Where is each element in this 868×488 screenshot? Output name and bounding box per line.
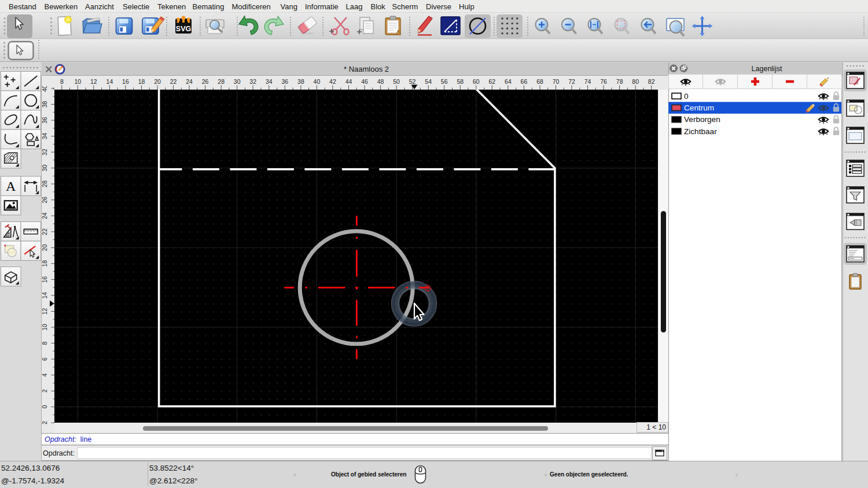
svg-text:36: 36 — [281, 78, 288, 85]
svg-text:6: 6 — [42, 357, 48, 361]
svg-text:44: 44 — [345, 78, 352, 85]
svg-text:56: 56 — [441, 78, 448, 85]
svg-text:A: A — [6, 179, 16, 194]
svg-text:28: 28 — [218, 78, 225, 85]
svg-text:82: 82 — [648, 78, 655, 85]
svg-text:4: 4 — [42, 374, 48, 377]
svg-text:8: 8 — [42, 341, 48, 345]
svg-text:12: 12 — [42, 308, 48, 315]
svg-text:16: 16 — [122, 78, 129, 85]
svg-text:34: 34 — [266, 78, 273, 85]
svg-text:22: 22 — [42, 228, 48, 235]
svg-text:32: 32 — [42, 149, 48, 156]
svg-text:30: 30 — [234, 78, 241, 85]
svg-text:52: 52 — [409, 78, 416, 85]
svg-text:42: 42 — [329, 78, 336, 85]
svg-text:36: 36 — [42, 117, 48, 124]
svg-text:0: 0 — [42, 405, 48, 409]
svg-text:78: 78 — [616, 78, 623, 85]
svg-text:58: 58 — [457, 78, 464, 85]
svg-text:34: 34 — [42, 133, 48, 140]
svg-text:20: 20 — [154, 78, 161, 85]
svg-text:10: 10 — [74, 78, 81, 85]
svg-text:24: 24 — [42, 212, 48, 219]
svg-text:Zichtbaar: Zichtbaar — [684, 127, 717, 136]
svg-text:14: 14 — [106, 78, 113, 85]
svg-text:SVG: SVG — [176, 25, 191, 33]
svg-text:72: 72 — [568, 78, 575, 85]
svg-text:40: 40 — [314, 78, 321, 85]
svg-text:26: 26 — [42, 197, 48, 204]
svg-text:22: 22 — [170, 78, 177, 85]
svg-text:14: 14 — [42, 292, 48, 299]
svg-text:64: 64 — [505, 78, 512, 85]
svg-text:0: 0 — [684, 92, 689, 101]
svg-text:30: 30 — [42, 165, 48, 172]
svg-text:68: 68 — [536, 78, 543, 85]
svg-text:38: 38 — [42, 101, 48, 108]
svg-text:80: 80 — [632, 78, 639, 85]
svg-text:18: 18 — [42, 260, 48, 267]
svg-text:12: 12 — [90, 78, 97, 85]
svg-text:24: 24 — [186, 78, 193, 85]
svg-text:46: 46 — [361, 78, 368, 85]
svg-text:38: 38 — [297, 78, 304, 85]
svg-text:Centrum: Centrum — [684, 103, 714, 112]
svg-text:60: 60 — [473, 78, 480, 85]
svg-text:2: 2 — [42, 421, 48, 424]
svg-text:Verborgen: Verborgen — [684, 115, 720, 124]
svg-text:48: 48 — [377, 78, 384, 85]
svg-text:76: 76 — [600, 78, 607, 85]
svg-text:20: 20 — [42, 244, 48, 251]
svg-text:2: 2 — [42, 389, 48, 393]
svg-text:28: 28 — [42, 180, 48, 187]
svg-text:32: 32 — [249, 78, 256, 85]
svg-text:8: 8 — [60, 78, 64, 85]
svg-text:74: 74 — [584, 78, 591, 85]
svg-text:62: 62 — [488, 78, 495, 85]
svg-text:26: 26 — [202, 78, 209, 85]
svg-text:70: 70 — [553, 78, 560, 85]
svg-text:54: 54 — [425, 78, 432, 85]
svg-text:18: 18 — [138, 78, 145, 85]
svg-text:50: 50 — [393, 78, 400, 85]
svg-text:16: 16 — [42, 276, 48, 283]
svg-text:10: 10 — [42, 324, 48, 331]
svg-text:66: 66 — [521, 78, 528, 85]
